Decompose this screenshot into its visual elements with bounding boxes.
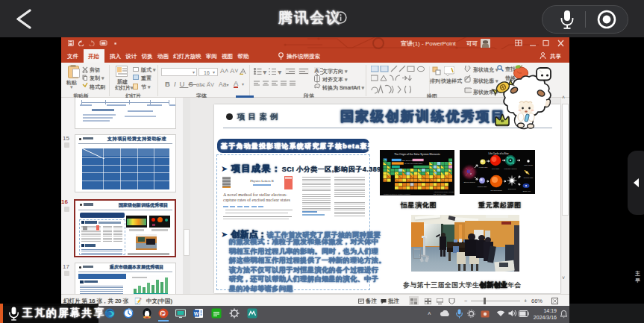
svg-text:Dying low mass stars: Dying low mass stars bbox=[404, 163, 422, 165]
svg-text:Life Cycle of a Star: Life Cycle of a Star bbox=[489, 152, 510, 155]
svg-text:▾: ▾ bbox=[278, 69, 281, 75]
svg-text:Red Giant: Red Giant bbox=[492, 168, 499, 169]
svg-text:P: P bbox=[161, 310, 165, 317]
svg-text:Red Supergiant: Red Supergiant bbox=[490, 189, 502, 191]
svg-text:▾: ▾ bbox=[263, 69, 266, 75]
svg-text:Stellar Nebula: Stellar Nebula bbox=[463, 181, 475, 184]
svg-text:White Dwarf: White Dwarf bbox=[524, 164, 533, 166]
svg-text:ESA/NASA/AURA: ESA/NASA/AURA bbox=[434, 193, 447, 195]
svg-text:Supernova: Supernova bbox=[508, 188, 516, 189]
svg-text:Graphic created by Jennifer Jo: Graphic created by Jennifer Johnson bbox=[384, 193, 411, 195]
svg-text:Average Star: Average Star bbox=[478, 166, 488, 168]
svg-text:Neutron Star: Neutron Star bbox=[524, 177, 534, 178]
svg-text:A: A bbox=[315, 68, 319, 73]
svg-text:Planetary Nebula: Planetary Nebula bbox=[504, 168, 518, 169]
svg-text:W: W bbox=[194, 311, 199, 316]
svg-text:Massive Star: Massive Star bbox=[478, 186, 487, 187]
svg-text:The Origin of the Solar System: The Origin of the Solar System Elements bbox=[394, 153, 440, 156]
svg-text:Black Hole: Black Hole bbox=[523, 190, 531, 192]
